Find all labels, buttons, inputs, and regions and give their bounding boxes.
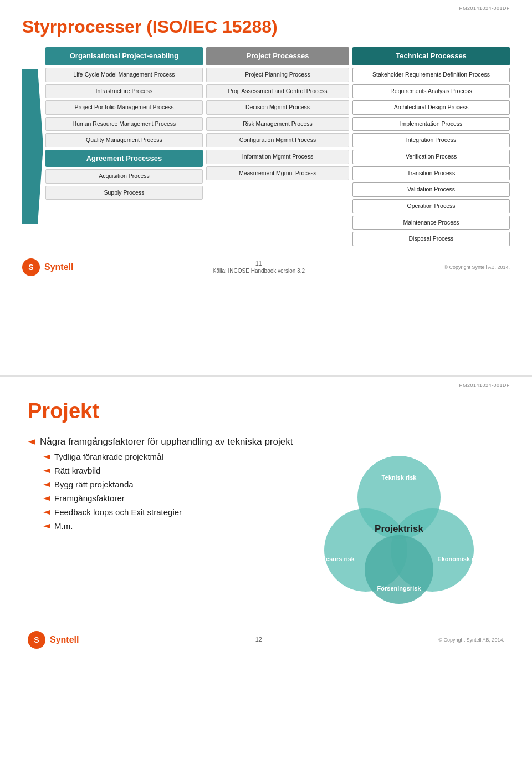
svg-text:Resurs risk: Resurs risk [321,556,355,562]
col3-item-4: Integration Process [352,133,510,147]
col3-item-8: Operation Process [352,199,510,213]
sub-bullet-icon-3 [43,495,50,502]
col2: Project Processes Project Planning Proce… [206,47,349,246]
sub-bullet-5: M.m. [43,521,294,531]
col3-item-10: Disposal Process [352,232,510,246]
agreement-header: Agreement Processes [45,150,203,167]
col2-item-6: Measurement Mgmnt Process [206,166,349,181]
sub-bullet-text-4: Feedback loops och Exit strategier [54,507,182,517]
col2-item-2: Decision Mgmnt Process [206,100,349,115]
svg-marker-2 [43,455,50,459]
venn-diagram: Teknisk risk Resurs risk Ekonomisk risk … [294,442,504,608]
col1-acq: Acquisition Process [45,169,203,184]
col2-item-3: Risk Management Process [206,117,349,131]
sub-bullet-3: Framgångsfaktorer [43,494,294,503]
arrow [22,47,43,246]
svg-text:Teknisk risk: Teknisk risk [382,474,417,481]
slide-1: PM20141024-001DF Styrprocesser (ISO/IEC … [0,0,532,377]
logo-circle-2: S [28,631,45,649]
logo-text-1: Syntell [44,262,73,272]
sub-bullet-0: Tydliga förankrade projektmål [43,452,294,461]
col1-item-3: Human Resource Management Process [45,117,203,131]
sub-bullet-icon-2 [43,481,50,488]
svg-marker-4 [43,482,50,487]
doc-id-2: PM20141024-001DF [459,383,510,388]
slide-2: PM20141024-001DF Projekt Några framgångs… [0,377,532,758]
svg-text:Projektrisk: Projektrisk [375,523,423,534]
slide2-logo: S Syntell [28,631,79,649]
svg-marker-7 [43,524,50,528]
process-diagram: Organisational Project-enabling Life-Cyc… [22,47,510,246]
slide1-logo: S Syntell [22,258,73,276]
slide2-footer: S Syntell 12 © Copyright Syntell AB, 201… [28,625,504,649]
col3-item-1: Requirements Analysis Process [352,84,510,99]
sub-bullet-text-5: M.m. [54,521,73,531]
slide1-page: 11 [213,260,305,267]
col2-item-0: Project Planning Process [206,68,349,82]
svg-marker-5 [43,496,50,501]
slide2-copyright: © Copyright Syntell AB, 2014. [438,637,504,643]
sub-bullet-text-2: Bygg rätt projektanda [54,480,134,489]
col3-item-5: Verification Process [352,150,510,164]
slide-2-title: Projekt [28,399,504,423]
col3-item-3: Implementation Process [352,117,510,131]
sub-bullet-icon-5 [43,523,50,530]
col3-item-0: Stakeholder Requirements Definition Proc… [352,68,510,82]
col3-item-9: Maintenance Process [352,216,510,230]
col2-item-4: Configuration Mgmnt Process [206,133,349,147]
bullet-icon-main [28,438,35,446]
slide1-source-text: Källa: INCOSE Handbook version 3.2 [213,268,305,274]
col1-item-4: Quality Management Process [45,133,203,147]
sub-bullet-text-3: Framgångsfaktorer [54,494,125,503]
col1-header: Organisational Project-enabling [45,47,203,65]
col1-supply: Supply Process [45,186,203,200]
main-bullet: Några framgångsfaktorer för upphandling … [28,436,294,447]
slide2-bullets: Några framgångsfaktorer för upphandling … [28,436,294,535]
svg-point-11 [365,535,433,604]
col3-item-6: Transition Process [352,166,510,181]
sub-bullet-text-0: Tydliga förankrade projektmål [54,452,163,461]
col1-item-0: Life-Cycle Model Management Process [45,68,203,82]
svg-marker-3 [43,469,50,473]
svg-marker-0 [22,69,43,224]
col3-item-7: Validation Process [352,182,510,197]
sub-bullet-icon-4 [43,509,50,516]
col2-item-1: Proj. Assessment and Control Process [206,84,349,99]
svg-text:Förseningsrisk: Förseningsrisk [377,585,422,592]
sub-bullet-4: Feedback loops och Exit strategier [43,507,294,517]
slide2-content: Några framgångsfaktorer för upphandling … [28,436,504,608]
sub-bullet-icon-0 [43,454,50,460]
slide1-footer: S Syntell 11 Källa: INCOSE Handbook vers… [22,255,510,276]
col2-header: Project Processes [206,47,349,65]
logo-text-2: Syntell [50,635,79,645]
slide-1-title: Styrprocesser (ISO/IEC 15288) [22,17,510,37]
col3-header: Technical Processes [352,47,510,65]
svg-marker-6 [43,510,50,515]
logo-circle-1: S [22,258,40,276]
venn-svg: Teknisk risk Resurs risk Ekonomisk risk … [294,442,504,608]
doc-id-1: PM20141024-001DF [459,6,510,11]
slide1-copyright: © Copyright Syntell AB, 2014. [444,264,510,270]
slide2-page: 12 [255,636,262,643]
svg-text:Ekonomisk risk: Ekonomisk risk [437,556,483,562]
sub-bullet-icon-1 [43,467,50,474]
col1-item-1: Infrastructure Process [45,84,203,99]
col3-item-2: Architectural Design Process [352,100,510,115]
slide1-source: 11 Källa: INCOSE Handbook version 3.2 [213,260,305,274]
col1: Organisational Project-enabling Life-Cyc… [45,47,203,246]
sub-bullet-1: Rätt kravbild [43,466,294,475]
sub-bullet-2: Bygg rätt projektanda [43,480,294,489]
col2-item-5: Information Mgmnt Process [206,150,349,164]
col3: Technical Processes Stakeholder Requirem… [352,47,510,246]
col1-item-2: Project Portfolio Management Process [45,100,203,115]
main-bullet-text: Några framgångsfaktorer för upphandling … [40,436,293,447]
svg-marker-1 [28,439,35,445]
sub-bullet-text-1: Rätt kravbild [54,466,100,475]
